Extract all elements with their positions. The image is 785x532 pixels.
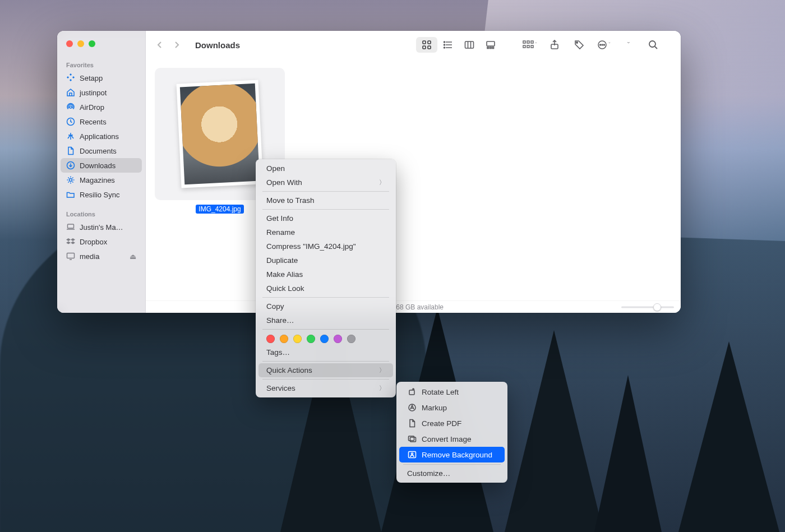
toolbar-actions: ˇ ˇ ˇ [521, 37, 662, 53]
menu-remove-background[interactable]: Remove Background [399, 447, 505, 462]
icon-view-button[interactable] [416, 37, 437, 53]
column-view-button[interactable] [459, 37, 480, 53]
menu-share[interactable]: Share… [258, 313, 393, 327]
menu-move-to-trash[interactable]: Move to Trash [258, 193, 393, 207]
menu-copy[interactable]: Copy [258, 299, 393, 313]
sidebar-item-applications[interactable]: Applications [61, 129, 142, 144]
menu-markup[interactable]: Markup [399, 400, 505, 415]
gallery-view-button[interactable] [480, 37, 501, 53]
more-actions-button[interactable]: ˇ [595, 37, 612, 53]
svg-rect-14 [487, 41, 495, 46]
remove-background-icon [407, 450, 417, 460]
menu-create-pdf[interactable]: Create PDF [399, 415, 505, 431]
dropdown-button[interactable]: ˇ [620, 37, 637, 53]
file-grid[interactable]: IMG_4204.jpg [146, 59, 681, 300]
menu-make-alias[interactable]: Make Alias [258, 267, 393, 281]
photo-thumbnail [177, 80, 264, 188]
sidebar-item-label: Documents [80, 147, 117, 155]
close-window-button[interactable] [66, 40, 73, 47]
menu-convert-image[interactable]: Convert Image [399, 431, 505, 447]
sidebar-item-airdrop[interactable]: AirDrop [61, 100, 142, 114]
tags-button[interactable] [571, 37, 588, 53]
chevron-right-icon: 〉 [379, 178, 385, 187]
menu-open-with[interactable]: Open With〉 [258, 175, 393, 189]
sidebar-item-media[interactable]: media ⏏ [61, 249, 142, 263]
svg-rect-13 [465, 41, 474, 48]
favorites-header: Favorites [57, 57, 145, 71]
menu-tags[interactable]: Tags… [258, 345, 393, 359]
sidebar-item-downloads[interactable]: Downloads [61, 158, 142, 173]
svg-rect-21 [527, 45, 529, 48]
minimize-window-button[interactable] [77, 40, 84, 47]
clock-icon [66, 117, 75, 126]
svg-point-29 [604, 44, 605, 45]
menu-get-info[interactable]: Get Info [258, 211, 393, 225]
svg-rect-20 [527, 41, 529, 43]
menu-separator [262, 329, 389, 330]
sidebar-item-label: Dropbox [80, 238, 107, 246]
sidebar-item-label: Justin's Ma… [80, 223, 123, 232]
sidebar-item-label: Magazines [80, 176, 115, 184]
nav-forward-button[interactable] [170, 37, 183, 53]
svg-rect-19 [523, 45, 525, 48]
eject-icon[interactable]: ⏏ [130, 252, 136, 261]
svg-rect-8 [423, 46, 426, 49]
sidebar-item-label: AirDrop [80, 103, 104, 112]
toolbar: Downloads ˇ ˇ ˇ [146, 31, 681, 59]
tag-color-dot[interactable] [280, 335, 288, 343]
laptop-icon [66, 223, 75, 232]
sidebar-item-resilio[interactable]: Resilio Sync [61, 187, 142, 202]
menu-duplicate[interactable]: Duplicate [258, 253, 393, 267]
svg-rect-9 [428, 46, 431, 49]
svg-rect-4 [68, 224, 74, 228]
svg-rect-15 [487, 47, 489, 49]
menu-compress[interactable]: Compress "IMG_4204.jpg" [258, 239, 393, 253]
menu-open[interactable]: Open [258, 161, 393, 175]
nav-back-button[interactable] [154, 37, 166, 53]
menu-customize[interactable]: Customize… [399, 466, 505, 480]
menu-rename[interactable]: Rename [258, 225, 393, 239]
sidebar-item-magazines[interactable]: Magazines [61, 173, 142, 187]
sidebar-item-home[interactable]: justinpot [61, 85, 142, 100]
share-button[interactable] [546, 37, 563, 53]
chevron-right-icon: 〉 [379, 366, 385, 374]
menu-separator [262, 379, 389, 380]
chevron-right-icon: 〉 [379, 384, 385, 392]
menu-separator [262, 361, 389, 362]
group-by-button[interactable]: ˇ [521, 37, 538, 53]
sidebar-item-label: Applications [80, 132, 119, 141]
svg-point-11 [444, 44, 445, 45]
download-icon [66, 161, 75, 170]
menu-rotate-left[interactable]: Rotate Left [399, 384, 505, 400]
window-controls [57, 36, 145, 57]
svg-point-28 [602, 44, 603, 45]
tag-color-dot[interactable] [266, 335, 275, 343]
window-title: Downloads [195, 40, 240, 50]
sidebar-item-recents[interactable]: Recents [61, 114, 142, 129]
svg-rect-6 [423, 41, 426, 44]
zoom-slider-track[interactable] [621, 306, 674, 308]
tag-color-dot[interactable] [293, 335, 302, 343]
tag-color-dot[interactable] [334, 335, 342, 343]
fullscreen-window-button[interactable] [89, 40, 95, 47]
tag-color-dot[interactable] [347, 335, 355, 343]
menu-quick-look[interactable]: Quick Look [258, 281, 393, 295]
sidebar-item-documents[interactable]: Documents [61, 144, 142, 158]
convert-image-icon [407, 434, 417, 444]
menu-quick-actions[interactable]: Quick Actions〉 [258, 363, 393, 377]
menu-services[interactable]: Services〉 [258, 381, 393, 395]
file-name-label: IMG_4204.jpg [196, 205, 243, 214]
tag-color-dot[interactable] [320, 335, 329, 343]
sidebar-item-dropbox[interactable]: Dropbox [61, 234, 142, 249]
sidebar-item-setapp[interactable]: Setapp [61, 71, 142, 85]
tag-color-dot[interactable] [307, 335, 315, 343]
svg-rect-31 [409, 390, 414, 395]
list-view-button[interactable] [437, 37, 459, 53]
zoom-slider-knob[interactable] [653, 303, 661, 311]
svg-point-3 [70, 179, 72, 182]
display-icon [66, 252, 75, 261]
setapp-icon [66, 73, 75, 82]
search-button[interactable] [645, 37, 662, 53]
quick-actions-submenu: Rotate Left Markup Create PDF Convert Im… [396, 382, 507, 483]
sidebar-item-this-mac[interactable]: Justin's Ma… [61, 220, 142, 234]
